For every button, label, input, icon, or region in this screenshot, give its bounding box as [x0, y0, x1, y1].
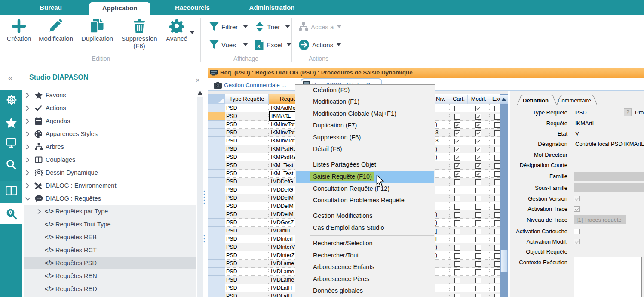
svg-text:x: x [257, 43, 260, 49]
